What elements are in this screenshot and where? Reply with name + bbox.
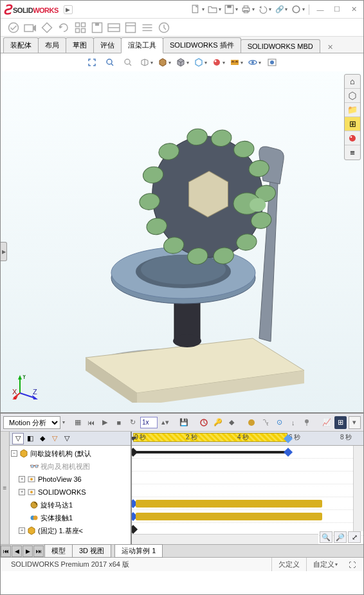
custom-properties-icon[interactable]: ≡ (345, 145, 360, 160)
play-button[interactable]: ▶ (99, 416, 111, 429)
tree-fixed-base[interactable]: + (固定) 1.基座< (10, 524, 131, 537)
mt-shelf-icon[interactable] (106, 21, 122, 35)
mt-edit-render-icon[interactable] (6, 21, 21, 35)
view-settings-icon[interactable]: ▾ (246, 55, 262, 69)
save-animation-button[interactable]: 💾 (178, 416, 190, 429)
save-button[interactable]: ▾ (224, 3, 238, 16)
tabs-collapse-button[interactable]: ✕ (323, 42, 337, 53)
appearances-icon[interactable] (345, 131, 360, 145)
tab-first-button[interactable]: ⏮ (1, 545, 11, 557)
resources-cube-icon[interactable] (345, 89, 360, 103)
study-type-select[interactable]: Motion 分析 (3, 416, 60, 429)
display-style-icon[interactable]: ▾ (174, 55, 190, 69)
section-view-icon[interactable]: ▾ (138, 55, 154, 69)
spring-button[interactable] (259, 416, 271, 429)
tab-render-tools[interactable]: 渲染工具 (121, 37, 163, 53)
minimize-button[interactable]: — (313, 3, 327, 16)
gravity-button[interactable] (300, 416, 313, 429)
tab-motion-study-1[interactable]: 运动算例 1 (114, 544, 163, 558)
track-bar[interactable] (136, 513, 322, 520)
scrollbar-horizontal[interactable] (132, 534, 318, 544)
zoom-fit-icon[interactable]: ⤢ (348, 531, 361, 543)
mt-camera-icon[interactable] (23, 21, 38, 35)
mt-grid-icon[interactable] (73, 21, 88, 35)
zoom-to-fit-icon[interactable] (84, 55, 100, 69)
tab-assembly[interactable]: 装配体 (3, 37, 39, 53)
status-custom[interactable]: 自定义 ▾ (306, 558, 344, 571)
tree-rotary-motor[interactable]: 旋转马达1 (10, 499, 131, 511)
rebuild-button[interactable]: ▾ (291, 3, 305, 16)
viewport[interactable]: ▶ (1, 71, 363, 412)
timeline[interactable]: 0 秒 2 秒 4 秒 6 秒 8 秒 (132, 432, 363, 544)
mt-list-icon[interactable] (140, 21, 155, 35)
track-bar[interactable] (133, 451, 287, 453)
tree-orientation-cameras[interactable]: 👓 视向及相机视图 (10, 460, 131, 473)
active-range[interactable] (133, 433, 287, 442)
view-orientation-icon[interactable]: ▾ (156, 55, 172, 69)
mt-window-icon[interactable] (123, 21, 138, 35)
timeline-row[interactable] (132, 446, 363, 459)
calculate-button[interactable]: ▦ (71, 416, 84, 429)
force-button[interactable]: ↓ (287, 416, 299, 429)
timeline-row[interactable] (132, 497, 363, 510)
final-render-icon[interactable] (264, 55, 280, 69)
motion-tree-handle[interactable]: ≡ (1, 432, 10, 544)
zoom-out-icon[interactable]: 🔎 (334, 531, 347, 543)
contact-button[interactable]: ⊙ (273, 416, 286, 429)
previous-view-icon[interactable] (120, 55, 136, 69)
tree-solidworks-lights[interactable]: + SOLIDWORKS (10, 486, 131, 499)
keyframe[interactable] (284, 448, 293, 457)
tab-layout[interactable]: 布局 (38, 37, 66, 53)
hide-show-icon[interactable]: ▾ (192, 55, 208, 69)
autokey-icon[interactable]: 🔑 (212, 416, 224, 429)
design-library-icon[interactable]: 📁 (345, 103, 360, 117)
status-maximize-icon[interactable]: ⛶ (344, 560, 359, 570)
track-bar[interactable] (136, 500, 322, 508)
expand-icon[interactable]: + (19, 476, 25, 482)
open-button[interactable]: ▾ (207, 3, 221, 16)
time-cursor[interactable] (132, 437, 137, 444)
speed-up-icon[interactable]: ▴▾ (159, 416, 171, 429)
file-explorer-icon[interactable]: ⊞ (345, 117, 360, 131)
tab-sw-addins[interactable]: SOLIDWORKS 插件 (163, 37, 241, 53)
mt-recent-icon[interactable] (156, 21, 172, 35)
tab-next-button[interactable]: ▶ (23, 545, 33, 557)
playback-mode-button[interactable]: ↻ (127, 416, 139, 429)
mt-diamond-icon[interactable] (39, 21, 55, 35)
tab-3d-views[interactable]: 3D 视图 (72, 544, 111, 558)
play-from-start-button[interactable]: ⏮ (85, 416, 97, 429)
edit-appearance-icon[interactable]: ▾ (210, 55, 226, 69)
undo-button[interactable]: ▾ (257, 3, 271, 16)
play-macro-button[interactable]: ▶ (64, 5, 73, 14)
tree-root-assembly[interactable]: − 间歇旋转机构 (默认 (10, 447, 131, 460)
mt-refresh-icon[interactable] (56, 21, 71, 35)
playback-speed-input[interactable]: 1x (140, 417, 158, 428)
mt-save-scene-icon[interactable] (89, 21, 105, 35)
close-button[interactable]: ✕ (347, 3, 361, 16)
tab-sw-mbd[interactable]: SOLIDWORKS MBD (241, 39, 320, 53)
tab-model[interactable]: 模型 (44, 544, 73, 558)
tree-photoview[interactable]: + PhotoView 36 (10, 473, 131, 486)
results-plot-button[interactable]: 📈 (321, 416, 333, 429)
filter-anim-icon[interactable]: ◧ (24, 433, 36, 444)
flyout-tree-handle[interactable]: ▶ (1, 242, 7, 261)
filter-icon[interactable]: ▽ (12, 433, 24, 444)
motion-study-props-button[interactable]: ⊞ (334, 416, 347, 429)
redo-button[interactable]: 🔗▾ (274, 3, 288, 16)
apply-scene-icon[interactable]: ▾ (228, 55, 244, 69)
add-key-icon[interactable]: ◆ (226, 416, 238, 429)
zoom-to-area-icon[interactable] (102, 55, 118, 69)
expand-icon[interactable]: + (19, 527, 25, 534)
animation-wizard-icon[interactable] (198, 416, 210, 429)
maximize-button[interactable]: ☐ (330, 3, 344, 16)
expand-icon[interactable]: − (11, 450, 17, 457)
filter-results-icon[interactable]: ▽ (61, 433, 73, 444)
tab-evaluate[interactable]: 评估 (93, 37, 122, 53)
tab-prev-button[interactable]: ◀ (12, 545, 22, 557)
tab-last-button[interactable]: ⏭ (33, 545, 44, 557)
home-icon[interactable]: ⌂ (345, 75, 360, 89)
stop-button[interactable]: ■ (113, 416, 125, 429)
new-button[interactable]: ▾ (190, 3, 205, 16)
timeline-ruler[interactable]: 0 秒 2 秒 4 秒 6 秒 8 秒 (132, 432, 363, 446)
filter-driving-icon[interactable]: ◆ (37, 433, 48, 444)
